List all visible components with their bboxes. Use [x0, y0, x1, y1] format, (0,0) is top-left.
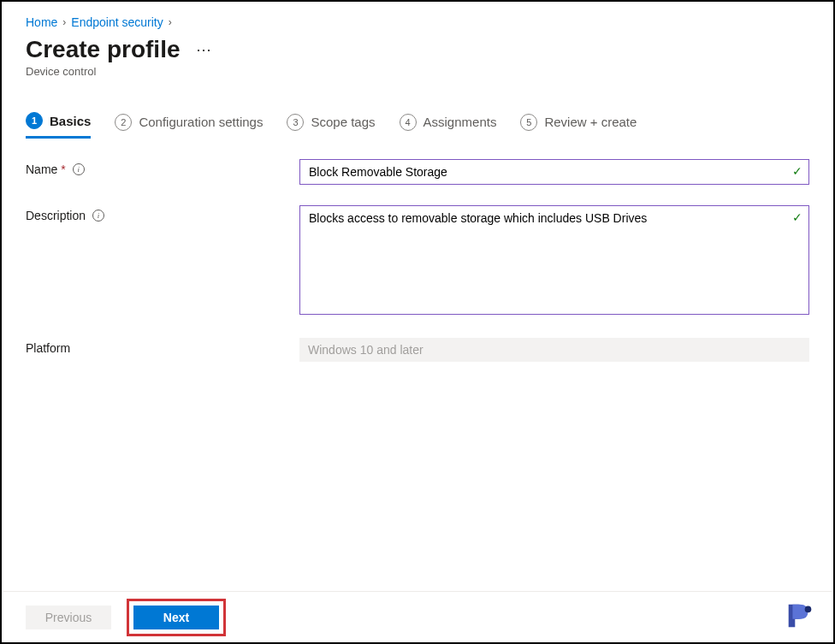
tab-configuration-settings[interactable]: 2 Configuration settings — [115, 114, 263, 138]
breadcrumb: Home › Endpoint security › — [26, 15, 809, 29]
page-title: Create profile — [26, 36, 181, 63]
tab-review-create[interactable]: 5 Review + create — [520, 114, 637, 138]
page-subtitle: Device control — [26, 65, 809, 78]
wizard-tabs: 1 Basics 2 Configuration settings 3 Scop… — [26, 112, 809, 139]
tab-label: Review + create — [544, 115, 637, 129]
tab-basics[interactable]: 1 Basics — [26, 112, 91, 139]
svg-point-0 — [805, 606, 812, 613]
breadcrumb-endpoint-security[interactable]: Endpoint security — [71, 15, 163, 29]
next-button[interactable]: Next — [133, 606, 219, 629]
description-label: Description i — [26, 205, 299, 222]
step-badge: 3 — [287, 114, 304, 131]
next-button-highlight: Next — [127, 599, 226, 636]
footer: Previous Next — [3, 591, 832, 642]
name-input[interactable] — [299, 159, 809, 185]
description-input[interactable]: Blocks access to removable storage which… — [299, 205, 809, 315]
name-label: Name * i — [26, 159, 299, 176]
tab-scope-tags[interactable]: 3 Scope tags — [287, 114, 375, 138]
tab-assignments[interactable]: 4 Assignments — [400, 114, 497, 138]
tab-label: Assignments — [423, 115, 497, 129]
tab-label: Scope tags — [311, 115, 375, 129]
info-icon[interactable]: i — [92, 210, 104, 222]
platform-field: Windows 10 and later — [299, 338, 809, 362]
step-badge: 1 — [26, 112, 43, 129]
more-icon[interactable]: ⋯ — [196, 42, 212, 57]
required-asterisk: * — [61, 162, 65, 176]
platform-label: Platform — [26, 338, 299, 355]
step-badge: 5 — [520, 114, 537, 131]
brand-logo-icon — [784, 600, 816, 632]
chevron-right-icon: › — [169, 16, 172, 28]
check-icon: ✓ — [792, 210, 802, 224]
tab-label: Basics — [50, 114, 91, 128]
previous-button[interactable]: Previous — [26, 606, 111, 629]
step-badge: 4 — [400, 114, 417, 131]
step-badge: 2 — [115, 114, 132, 131]
info-icon[interactable]: i — [73, 163, 85, 175]
check-icon: ✓ — [792, 164, 802, 178]
chevron-right-icon: › — [62, 16, 66, 28]
breadcrumb-home[interactable]: Home — [26, 15, 57, 29]
tab-label: Configuration settings — [139, 115, 263, 129]
